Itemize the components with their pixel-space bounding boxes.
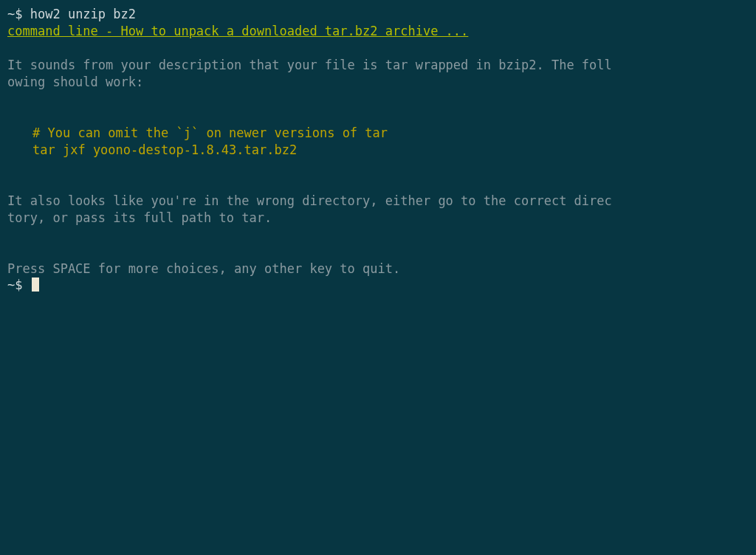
footer-hint: Press SPACE for more choices, any other … bbox=[7, 261, 749, 278]
result-title-link: command line - How to unpack a downloade… bbox=[7, 23, 749, 40]
terminal-output[interactable]: ~$ how2 unzip bz2 command line - How to … bbox=[7, 6, 749, 294]
entered-command: how2 unzip bz2 bbox=[30, 7, 136, 21]
result-paragraph-1-line-1: It sounds from your description that you… bbox=[7, 57, 749, 74]
cursor-icon bbox=[32, 278, 39, 292]
code-command: tar jxf yoono-destop-1.8.43.tar.bz2 bbox=[7, 142, 749, 159]
code-comment: # You can omit the `j` on newer versions… bbox=[7, 125, 749, 142]
result-paragraph-2-line-1: It also looks like you're in the wrong d… bbox=[7, 193, 749, 210]
result-paragraph-2-line-2: tory, or pass its full path to tar. bbox=[7, 210, 749, 227]
prompt-symbol: ~$ bbox=[7, 278, 30, 292]
result-paragraph-1-line-2: owing should work: bbox=[7, 74, 749, 91]
prompt-line-2[interactable]: ~$ bbox=[7, 277, 749, 294]
prompt-line-1: ~$ how2 unzip bz2 bbox=[7, 6, 749, 23]
prompt-symbol: ~$ bbox=[7, 7, 30, 21]
